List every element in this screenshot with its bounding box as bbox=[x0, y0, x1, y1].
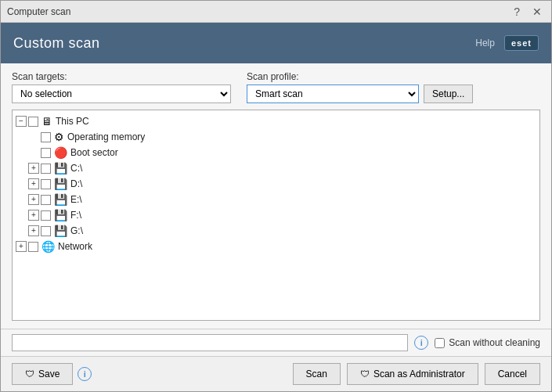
title-bar-controls: ? ✕ bbox=[511, 6, 545, 17]
profile-row: Smart scan In-depth scan Context menu sc… bbox=[247, 85, 473, 103]
checkbox-e-drive[interactable] bbox=[41, 195, 51, 205]
e-drive-icon: 💾 bbox=[54, 193, 67, 206]
footer-right: Scan 🛡 Scan as Administrator Cancel bbox=[293, 363, 540, 385]
c-drive-icon: 💾 bbox=[54, 162, 67, 174]
checkbox-c-drive[interactable] bbox=[41, 164, 51, 174]
info-icon[interactable]: i bbox=[414, 336, 428, 350]
tree-item-d-drive[interactable]: + 💾 D:\ bbox=[25, 176, 539, 192]
cancel-button[interactable]: Cancel bbox=[485, 363, 540, 385]
footer-info-icon[interactable]: i bbox=[78, 367, 92, 381]
setup-button[interactable]: Setup... bbox=[424, 85, 473, 103]
tree-item-e-drive[interactable]: + 💾 E:\ bbox=[25, 192, 539, 207]
operating-memory-icon: ⚙ bbox=[54, 131, 64, 143]
save-shield-icon: 🛡 bbox=[25, 369, 34, 379]
tree-item-g-drive[interactable]: + 💾 G:\ bbox=[25, 223, 539, 239]
tree-item-boot-sector[interactable]: 🔴 Boot sector bbox=[25, 145, 539, 160]
help-button[interactable]: ? bbox=[511, 6, 523, 17]
scan-options-row: Scan targets: No selection Scan profile:… bbox=[12, 71, 540, 103]
scan-without-cleaning-checkbox[interactable] bbox=[435, 338, 445, 348]
scan-label: Scan bbox=[306, 369, 327, 379]
footer-bar: 🛡 Save i Scan 🛡 Scan as Administrator Ca… bbox=[1, 356, 551, 391]
close-button[interactable]: ✕ bbox=[529, 6, 545, 17]
checkbox-f-drive[interactable] bbox=[41, 210, 51, 221]
scan-as-admin-label: Scan as Administrator bbox=[373, 369, 465, 379]
expand-e-drive[interactable]: + bbox=[28, 194, 39, 205]
expand-network[interactable]: + bbox=[16, 241, 27, 252]
f-drive-label: F:\ bbox=[70, 210, 81, 221]
c-drive-label: C:\ bbox=[70, 163, 82, 174]
network-icon: 🌐 bbox=[41, 240, 55, 253]
footer-left: 🛡 Save i bbox=[12, 363, 92, 385]
header-bar: Custom scan Help eset bbox=[1, 23, 551, 63]
tree-item-operating-memory[interactable]: ⚙ Operating memory bbox=[25, 129, 539, 145]
tree-item-network[interactable]: + 🌐 Network bbox=[13, 239, 539, 254]
scan-profile-label: Scan profile: bbox=[247, 71, 473, 82]
expand-g-drive[interactable]: + bbox=[28, 225, 39, 236]
cancel-label: Cancel bbox=[498, 369, 527, 379]
boot-sector-icon: 🔴 bbox=[54, 146, 67, 159]
checkbox-network[interactable] bbox=[28, 242, 38, 252]
content-area: Scan targets: No selection Scan profile:… bbox=[1, 63, 551, 329]
tree-item-f-drive[interactable]: + 💾 F:\ bbox=[25, 207, 539, 223]
d-drive-icon: 💾 bbox=[54, 178, 67, 190]
scan-as-admin-button[interactable]: 🛡 Scan as Administrator bbox=[347, 363, 478, 385]
expand-c-drive[interactable]: + bbox=[28, 163, 39, 174]
scan-path-input[interactable] bbox=[12, 334, 408, 351]
scan-targets-group: Scan targets: No selection bbox=[12, 71, 231, 103]
operating-memory-label: Operating memory bbox=[67, 131, 145, 142]
g-drive-label: G:\ bbox=[70, 225, 83, 236]
scan-profile-group: Scan profile: Smart scan In-depth scan C… bbox=[247, 71, 473, 103]
window-title: Computer scan bbox=[7, 6, 70, 17]
checkbox-operating-memory[interactable] bbox=[41, 132, 51, 142]
boot-sector-label: Boot sector bbox=[70, 147, 118, 158]
f-drive-icon: 💾 bbox=[54, 209, 67, 221]
d-drive-label: D:\ bbox=[70, 178, 82, 189]
bottom-bar: i Scan without cleaning bbox=[1, 329, 551, 356]
help-link[interactable]: Help bbox=[475, 38, 495, 49]
checkbox-this-pc[interactable] bbox=[28, 117, 38, 127]
expand-d-drive[interactable]: + bbox=[28, 178, 39, 189]
scan-profile-select[interactable]: Smart scan In-depth scan Context menu sc… bbox=[247, 85, 419, 103]
tree-item-this-pc[interactable]: − 🖥 This PC bbox=[13, 113, 539, 129]
header-title: Custom scan bbox=[13, 35, 100, 52]
g-drive-icon: 💾 bbox=[54, 225, 67, 237]
tree-container[interactable]: − 🖥 This PC ⚙ Operating memory 🔴 Boot se… bbox=[12, 110, 540, 321]
title-bar-left: Computer scan bbox=[7, 6, 70, 17]
save-button[interactable]: 🛡 Save bbox=[12, 363, 73, 385]
scan-without-cleaning-text: Scan without cleaning bbox=[449, 337, 540, 348]
expand-this-pc[interactable]: − bbox=[16, 116, 27, 127]
scan-without-cleaning-label[interactable]: Scan without cleaning bbox=[435, 337, 540, 348]
checkbox-g-drive[interactable] bbox=[41, 226, 51, 236]
scan-admin-shield-icon: 🛡 bbox=[360, 369, 370, 379]
this-pc-icon: 🖥 bbox=[41, 115, 52, 128]
tree-item-c-drive[interactable]: + 💾 C:\ bbox=[25, 160, 539, 176]
scan-targets-label: Scan targets: bbox=[12, 71, 231, 82]
scan-targets-select[interactable]: No selection bbox=[12, 85, 231, 103]
eset-brand-badge: eset bbox=[504, 35, 539, 51]
title-bar: Computer scan ? ✕ bbox=[1, 1, 551, 23]
checkbox-boot-sector[interactable] bbox=[41, 148, 51, 158]
expand-f-drive[interactable]: + bbox=[28, 210, 39, 221]
scan-button[interactable]: Scan bbox=[293, 363, 341, 385]
main-window: Computer scan ? ✕ Custom scan Help eset … bbox=[0, 0, 552, 392]
network-label: Network bbox=[58, 241, 92, 252]
save-label: Save bbox=[38, 369, 60, 379]
header-right: Help eset bbox=[475, 35, 539, 51]
e-drive-label: E:\ bbox=[70, 194, 82, 205]
this-pc-label: This PC bbox=[56, 116, 89, 127]
checkbox-d-drive[interactable] bbox=[41, 179, 51, 189]
